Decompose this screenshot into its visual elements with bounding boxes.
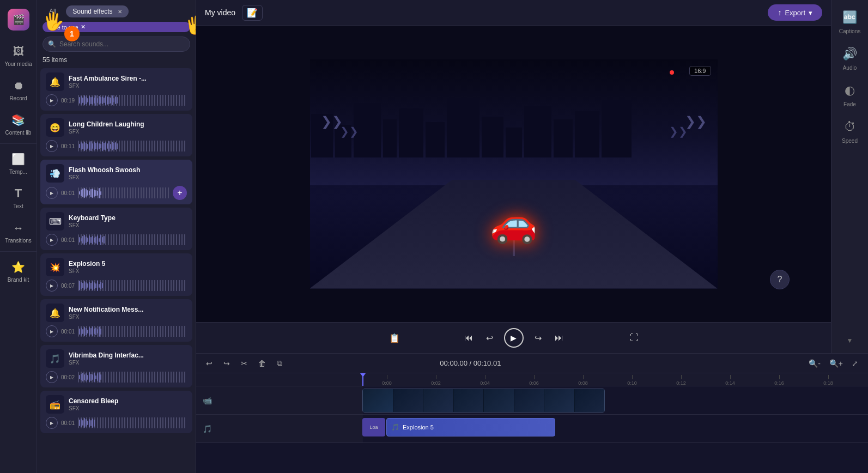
media-icon: 🖼 xyxy=(11,44,26,59)
speed-panel-item[interactable]: ⏱ Speed xyxy=(841,118,859,144)
top-area: My video 📝 ↑ Export ▾ xyxy=(196,0,868,353)
sound-thumb-7: 📻 xyxy=(46,395,64,414)
sidebar-item-record-label: Record xyxy=(9,95,27,101)
play-btn-2[interactable]: ▶ xyxy=(46,187,58,199)
sidebar-item-brand[interactable]: ⭐ Brand kit xyxy=(2,255,35,287)
skip-back-btn[interactable]: ⏮ xyxy=(462,331,475,345)
fade-panel-item[interactable]: ◐ Fade xyxy=(841,82,859,107)
video-clip[interactable] xyxy=(362,389,605,413)
sound-item-7[interactable]: 📻 Censored Bleep SFX ▶ 00:01 xyxy=(40,391,192,433)
sidebar-item-media[interactable]: 🖼 Your media xyxy=(2,39,35,71)
waveform-0 xyxy=(78,95,187,106)
items-count: 55 items xyxy=(37,56,196,68)
sidebar-item-record[interactable]: ⏺ Record xyxy=(2,74,35,106)
audio-track-content[interactable]: Loa 🎵 Explosion 5 xyxy=(362,415,868,442)
audio-clip-name: Explosion 5 xyxy=(403,424,434,430)
ruler-mark-2: 0:04 xyxy=(460,375,509,386)
sound-item-5[interactable]: 🔔 New Notification Mess... SFX ▶ 00:01 xyxy=(40,299,192,342)
free-to-use-filter[interactable]: Free to use ✕ xyxy=(43,22,190,32)
audio-label: Audio xyxy=(843,65,857,71)
video-preview[interactable]: 🚗 ❯❯ ❯❯ ❯❯ ❯❯ 16:9 ? xyxy=(196,26,831,322)
rewind-btn[interactable]: ↩ xyxy=(484,331,495,345)
video-track-content[interactable] xyxy=(362,386,868,414)
sound-type-4: SFX xyxy=(69,268,187,274)
waveform-1 xyxy=(78,141,187,151)
badge-close-icon[interactable]: ✕ xyxy=(81,23,86,31)
play-btn-0[interactable]: ▶ xyxy=(46,94,58,106)
sidebar-item-transitions[interactable]: ↔ Transitions xyxy=(2,216,35,248)
brand-icon: ⭐ xyxy=(11,259,26,275)
ruler-mark-8: 0:16 xyxy=(755,375,804,386)
sidebar-item-templates-label: Temp... xyxy=(9,169,27,175)
audio-clip-main[interactable]: 🎵 Explosion 5 xyxy=(386,418,555,436)
sound-name-3: Keyboard Type xyxy=(69,214,187,222)
sidebar-item-text[interactable]: T Text xyxy=(2,181,35,214)
ruler-mark-1: 0:02 xyxy=(411,375,460,386)
captions-toggle-btn[interactable]: 📝 xyxy=(242,5,263,21)
collapse-panel-btn[interactable]: ▼ xyxy=(847,337,853,344)
sidebar-item-templates[interactable]: ⬜ Temp... xyxy=(2,147,35,179)
zoom-out-btn[interactable]: 🔍- xyxy=(805,357,824,369)
fullscreen-btn[interactable]: ⛶ xyxy=(628,331,641,345)
fit-timeline-btn[interactable]: ⤢ xyxy=(848,357,861,369)
zoom-in-btn[interactable]: 🔍+ xyxy=(826,357,846,369)
play-btn-3[interactable]: ▶ xyxy=(46,234,58,246)
tab-close-icon[interactable]: ✕ xyxy=(118,9,122,15)
captions-icon: 🔤 xyxy=(841,9,859,26)
help-button[interactable]: ? xyxy=(770,270,790,289)
timeline-toolbar: ↩ ↪ ✂ 🗑 ⧉ 00:00.00 / 00:10.01 🔍- 🔍+ ⤢ xyxy=(196,354,868,373)
play-btn-1[interactable]: ▶ xyxy=(46,140,58,152)
play-btn-4[interactable]: ▶ xyxy=(46,280,58,292)
sidebar-item-content[interactable]: 📚 Content lib xyxy=(2,108,35,140)
sidebar-item-text-label: Text xyxy=(13,203,23,209)
ruler-mark-5: 0:10 xyxy=(608,375,657,386)
sound-type-2: SFX xyxy=(69,174,187,180)
sound-name-5: New Notification Mess... xyxy=(69,306,187,313)
play-btn-7[interactable]: ▶ xyxy=(46,417,58,429)
timeline-time-display: 00:00.00 / 00:10.01 xyxy=(440,359,501,367)
duplicate-btn[interactable]: ⧉ xyxy=(274,357,286,369)
sound-type-7: SFX xyxy=(69,405,187,411)
ruler-mark-0: 0:00 xyxy=(362,375,411,386)
audio-panel-item[interactable]: 🔊 Audio xyxy=(841,45,859,71)
captions-panel-item[interactable]: 🔤 Captions xyxy=(839,9,860,34)
play-btn-5[interactable]: ▶ xyxy=(46,325,58,337)
sound-list: 🔔 Fast Ambulance Siren -... SFX ▶ 00:19 xyxy=(37,68,196,473)
subtitle-toggle-btn[interactable]: 📋 xyxy=(387,331,402,345)
record-icon: ⏺ xyxy=(11,78,26,93)
sound-type-1: SFX xyxy=(69,129,187,135)
export-button[interactable]: ↑ Export ▾ xyxy=(768,4,822,21)
panel-tabs: All Sound effects ✕ xyxy=(37,0,196,22)
duration-0: 00:19 xyxy=(61,98,75,104)
sound-item-0[interactable]: 🔔 Fast Ambulance Siren -... SFX ▶ 00:19 xyxy=(40,68,192,111)
undo-btn[interactable]: ↩ xyxy=(203,357,216,369)
sound-item-2[interactable]: 💨 Flash Whoosh Swoosh SFX ▶ 00:01 + Add … xyxy=(40,160,192,204)
delete-btn[interactable]: 🗑 xyxy=(255,357,269,369)
tab-sound-effects[interactable]: Sound effects ✕ xyxy=(66,5,129,17)
play-btn-6[interactable]: ▶ xyxy=(46,371,58,383)
search-input[interactable] xyxy=(43,37,190,52)
tab-all[interactable]: All xyxy=(43,5,63,17)
duration-4: 00:07 xyxy=(61,283,75,289)
skip-forward-btn[interactable]: ⏭ xyxy=(553,331,566,345)
sound-item-3[interactable]: ⌨ Keyboard Type SFX ▶ 00:01 xyxy=(40,208,192,250)
speed-icon: ⏱ xyxy=(841,118,859,136)
ruler-marks: 0:00 0:02 0:04 0:06 0:08 0:10 0:12 0:14 … xyxy=(362,373,868,386)
sound-item-1[interactable]: 😄 Long Children Laughing SFX ▶ 00:11 xyxy=(40,114,192,156)
forward-btn[interactable]: ↪ xyxy=(532,331,544,345)
duration-2: 00:01 xyxy=(61,190,75,196)
sound-item-6[interactable]: 🎵 Vibrimba Ding Interfac... SFX ▶ 00:02 xyxy=(40,345,192,387)
redo-btn[interactable]: ↪ xyxy=(220,357,233,369)
add-to-timeline-btn[interactable]: + xyxy=(173,186,187,200)
video-track-label: 📹 xyxy=(196,386,362,414)
sound-thumb-0: 🔔 xyxy=(46,72,64,91)
sound-panel: All Sound effects ✕ 🖐 1 Free to use ✕ 🔍 … xyxy=(37,0,196,473)
sound-item-4[interactable]: 💥 Explosion 5 SFX ▶ 00:07 xyxy=(40,253,192,296)
transitions-icon: ↔ xyxy=(11,220,26,235)
cut-btn[interactable]: ✂ xyxy=(238,357,251,369)
speed-label: Speed xyxy=(842,138,858,144)
sound-name-6: Vibrimba Ding Interfac... xyxy=(69,351,187,359)
audio-clip-small[interactable]: Loa xyxy=(362,418,385,436)
play-pause-btn[interactable]: ▶ xyxy=(504,328,524,348)
search-bar: 🔍 🖐 2 xyxy=(43,37,190,52)
